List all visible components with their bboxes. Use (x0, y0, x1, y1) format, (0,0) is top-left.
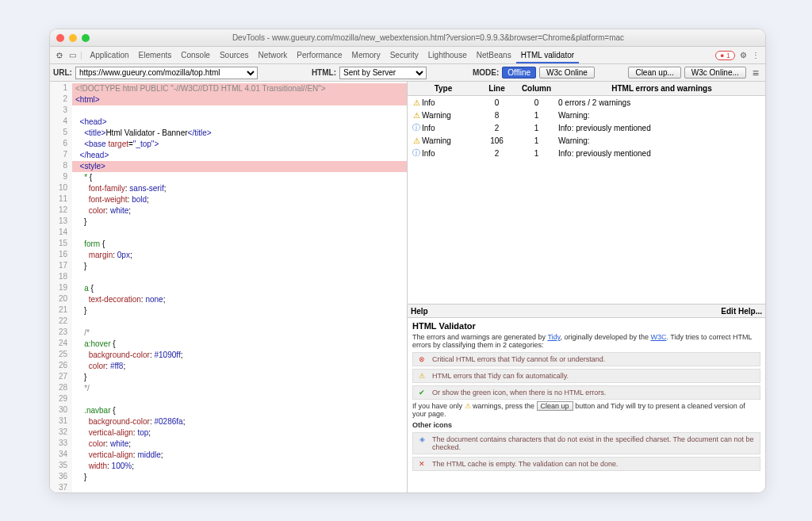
devtools-tabbar: ⯐ ▭ | ApplicationElementsConsoleSourcesN… (50, 47, 765, 64)
code-line[interactable] (72, 105, 407, 117)
code-line[interactable]: } (72, 372, 407, 383)
tab-memory[interactable]: Memory (347, 48, 385, 62)
error-count-badge[interactable]: ● 1 (715, 51, 735, 60)
error-row[interactable]: ⚠Info000 errors / 2 warnings (408, 96, 765, 109)
settings-gear-icon[interactable]: ⚙ (738, 51, 748, 60)
code-line[interactable]: a { (72, 283, 407, 294)
url-select[interactable]: https://www.gueury.com/mozilla/top.html (75, 67, 258, 79)
w3c-online-toggle[interactable]: W3c Online (539, 67, 595, 79)
tab-sources[interactable]: Sources (215, 48, 254, 62)
close-icon[interactable] (56, 34, 64, 42)
error-icon: ⊗ (416, 355, 427, 363)
charset-icon: ◈ (416, 435, 427, 443)
window-controls (56, 34, 90, 42)
code-line[interactable]: /* (72, 328, 407, 339)
validator-toolbar: URL: https://www.gueury.com/mozilla/top.… (50, 64, 765, 82)
code-line[interactable]: font-family: sans-serif; (72, 183, 407, 194)
code-line[interactable] (72, 316, 407, 328)
hamburger-menu-icon[interactable]: ≡ (749, 67, 762, 79)
code-line[interactable]: </head> (72, 150, 407, 161)
errors-table: Type Line Column HTML errors and warning… (408, 82, 765, 304)
code-line[interactable]: <!DOCTYPE html PUBLIC "-//W3C//DTD HTML … (72, 83, 407, 94)
tab-html-validator[interactable]: HTML validator (516, 48, 579, 63)
tab-network[interactable]: Network (254, 48, 293, 62)
tab-performance[interactable]: Performance (292, 48, 347, 62)
code-line[interactable]: <html> (72, 94, 407, 105)
code-line[interactable]: form { (72, 239, 407, 250)
errors-header: Type Line Column HTML errors and warning… (408, 82, 765, 96)
code-line[interactable]: margin: 0px; (72, 250, 407, 261)
code-line[interactable]: vertical-align: middle; (72, 450, 407, 461)
tab-console[interactable]: Console (176, 48, 215, 62)
mode-offline-button[interactable]: Offline (502, 67, 536, 79)
code-line[interactable]: font-weight: bold; (72, 194, 407, 205)
w3c-link[interactable]: W3C (651, 333, 667, 341)
code-line[interactable] (72, 394, 407, 405)
code-line[interactable]: } (72, 216, 407, 228)
help-cleanup-line: If you have only ⚠ warnings, press the C… (412, 402, 760, 418)
code-line[interactable]: width: 100%; (72, 461, 407, 472)
help-box-cache: ✕The HTML cache is empty. The validation… (412, 457, 760, 471)
code-line[interactable]: .navbar { (72, 405, 407, 416)
main-area: 1234567891011121314151617181920212223242… (50, 82, 765, 492)
code-line[interactable]: } (72, 305, 407, 316)
minimize-icon[interactable] (69, 34, 77, 42)
code-line[interactable]: <title>Html Validator - Banner</title> (72, 128, 407, 139)
code-line[interactable]: <base target="_top"> (72, 139, 407, 150)
titlebar: DevTools - www.gueury.com/mozilla/new_we… (50, 29, 765, 47)
source-code[interactable]: <!DOCTYPE html PUBLIC "-//W3C//DTD HTML … (72, 82, 407, 492)
error-row[interactable]: ⓘInfo21Info: previously mentioned (408, 121, 765, 134)
inspect-icon[interactable]: ⯐ (55, 51, 64, 60)
code-line[interactable]: * { (72, 172, 407, 183)
edit-help-button[interactable]: Edit Help... (721, 307, 762, 316)
window-title: DevTools - www.gueury.com/mozilla/new_we… (98, 33, 759, 42)
code-line[interactable]: <head> (72, 117, 407, 128)
html-source-select[interactable]: Sent by Server (339, 67, 427, 79)
devtools-window: DevTools - www.gueury.com/mozilla/new_we… (49, 29, 766, 493)
code-line[interactable]: background-color: #1090ff; (72, 350, 407, 361)
source-panel: 1234567891011121314151617181920212223242… (50, 82, 408, 492)
warning-icon: ⚠ (411, 111, 422, 120)
code-line[interactable] (72, 483, 407, 492)
cleanup-inline-button[interactable]: Clean up (537, 401, 573, 411)
help-intro: The errors and warnings are generated by… (412, 333, 760, 349)
code-line[interactable]: background-color: #0286fa; (72, 416, 407, 427)
url-label: URL: (53, 68, 72, 77)
device-icon[interactable]: ▭ (67, 51, 77, 60)
more-menu-icon[interactable]: ⋮ (751, 51, 760, 60)
other-icons-label: Other icons (412, 421, 760, 429)
warning-icon: ⚠ (416, 372, 427, 380)
line-gutter: 1234567891011121314151617181920212223242… (50, 82, 72, 492)
code-line[interactable]: <style> (72, 161, 407, 172)
code-line[interactable]: vertical-align: top; (72, 427, 407, 439)
code-line[interactable]: a:hover { (72, 339, 407, 350)
help-heading: HTML Validator (412, 321, 760, 331)
tab-elements[interactable]: Elements (134, 48, 177, 62)
w3c-online-button[interactable]: W3c Online... (684, 67, 746, 79)
code-line[interactable] (72, 228, 407, 239)
html-label: HTML: (312, 68, 336, 77)
tab-netbeans[interactable]: NetBeans (472, 48, 516, 62)
results-panel: Type Line Column HTML errors and warning… (408, 82, 765, 492)
code-line[interactable]: color: white; (72, 439, 407, 450)
error-row[interactable]: ⓘInfo21Info: previously mentioned (408, 147, 765, 159)
maximize-icon[interactable] (82, 34, 90, 42)
tab-security[interactable]: Security (385, 48, 423, 62)
code-line[interactable]: */ (72, 383, 407, 394)
code-line[interactable]: color: #ff8; (72, 361, 407, 372)
code-line[interactable]: } (72, 472, 407, 483)
help-title: Help (411, 307, 428, 316)
warning-icon: ⚠ (465, 402, 471, 410)
code-line[interactable]: text-decoration: none; (72, 294, 407, 305)
tab-lighthouse[interactable]: Lighthouse (423, 48, 472, 62)
tidy-link[interactable]: Tidy (547, 333, 560, 341)
code-line[interactable] (72, 272, 407, 283)
tab-application[interactable]: Application (86, 48, 134, 62)
code-line[interactable]: color: white; (72, 205, 407, 216)
error-row[interactable]: ⚠Warning81Warning: isn't allowed in <htm… (408, 109, 765, 121)
code-line[interactable]: } (72, 261, 407, 272)
cleanup-button[interactable]: Clean up... (628, 67, 680, 79)
error-row[interactable]: ⚠Warning1061Warning: isn't allowed in <h… (408, 134, 765, 147)
warning-icon: ⚠ (411, 136, 422, 145)
help-box-fixable: ⚠HTML errors that Tidy can fix automatic… (412, 369, 760, 383)
